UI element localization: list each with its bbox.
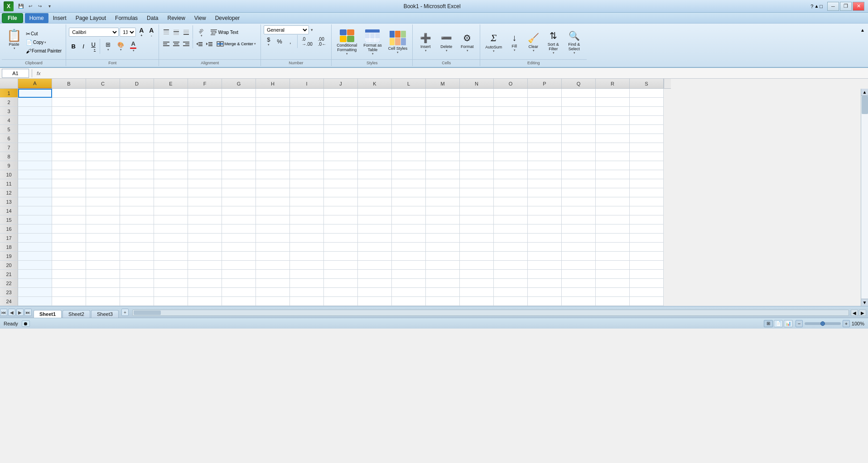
cell-S12[interactable] (630, 188, 664, 197)
cell-I21[interactable] (290, 270, 324, 279)
font-grow-btn[interactable]: A+ (137, 25, 146, 38)
cell-M16[interactable] (426, 224, 460, 234)
cell-F22[interactable] (188, 279, 222, 288)
cell-J19[interactable] (324, 252, 358, 261)
cell-E23[interactable] (154, 288, 188, 297)
cell-R4[interactable] (596, 116, 630, 125)
cell-N2[interactable] (460, 98, 494, 107)
cell-C4[interactable] (86, 116, 120, 125)
delete-btn[interactable]: ➖ Delete ▾ (436, 28, 456, 57)
cell-D23[interactable] (120, 288, 154, 297)
last-sheet-btn[interactable]: ⏭ (24, 309, 32, 316)
cell-R11[interactable] (596, 179, 630, 188)
cell-G4[interactable] (222, 116, 256, 125)
indent-dec-btn[interactable] (195, 39, 204, 48)
file-menu[interactable]: File (2, 13, 23, 23)
cell-A17[interactable] (18, 234, 52, 243)
close-btn[interactable]: ✕ (853, 2, 864, 11)
cell-L21[interactable] (392, 270, 426, 279)
row-header-17[interactable]: 17 (0, 234, 18, 243)
cell-M13[interactable] (426, 197, 460, 206)
cell-E6[interactable] (154, 134, 188, 143)
cell-G2[interactable] (222, 98, 256, 107)
cell-G21[interactable] (222, 270, 256, 279)
cell-R14[interactable] (596, 206, 630, 215)
cell-E19[interactable] (154, 252, 188, 261)
cell-E18[interactable] (154, 243, 188, 252)
cell-O3[interactable] (494, 107, 528, 116)
cell-J10[interactable] (324, 170, 358, 179)
cell-Q17[interactable] (562, 234, 596, 243)
copy-btn[interactable]: 📄 Copy ▾ (24, 38, 63, 47)
cell-I24[interactable] (290, 297, 324, 306)
cell-O19[interactable] (494, 252, 528, 261)
data-menu[interactable]: Data (142, 13, 163, 23)
cell-J8[interactable] (324, 152, 358, 161)
insert-btn[interactable]: ➕ Insert ▾ (415, 28, 435, 57)
cell-N3[interactable] (460, 107, 494, 116)
cell-I22[interactable] (290, 279, 324, 288)
cell-B17[interactable] (52, 234, 86, 243)
clear-btn[interactable]: 🧹 Clear ▾ (524, 28, 542, 57)
cell-F7[interactable] (188, 143, 222, 152)
cell-A19[interactable] (18, 252, 52, 261)
help-btn[interactable]: ? ▲ □ (810, 2, 823, 11)
cell-M20[interactable] (426, 261, 460, 270)
cell-K5[interactable] (358, 125, 392, 134)
cell-A24[interactable] (18, 297, 52, 306)
prev-sheet-btn[interactable]: ◀ (8, 309, 15, 316)
cell-O12[interactable] (494, 188, 528, 197)
cell-S16[interactable] (630, 224, 664, 234)
cell-I17[interactable] (290, 234, 324, 243)
cell-P10[interactable] (528, 170, 562, 179)
cell-K24[interactable] (358, 297, 392, 306)
cell-N14[interactable] (460, 206, 494, 215)
cell-H17[interactable] (256, 234, 290, 243)
cell-A23[interactable] (18, 288, 52, 297)
cell-P7[interactable] (528, 143, 562, 152)
cell-O18[interactable] (494, 243, 528, 252)
cell-J21[interactable] (324, 270, 358, 279)
row-header-2[interactable]: 2 (0, 98, 18, 107)
cell-S13[interactable] (630, 197, 664, 206)
cell-H13[interactable] (256, 197, 290, 206)
cell-D17[interactable] (120, 234, 154, 243)
cell-K18[interactable] (358, 243, 392, 252)
cell-R22[interactable] (596, 279, 630, 288)
cell-L12[interactable] (392, 188, 426, 197)
cell-P1[interactable] (528, 89, 562, 98)
cell-R17[interactable] (596, 234, 630, 243)
zoom-in-btn[interactable]: + (843, 320, 850, 327)
cell-F2[interactable] (188, 98, 222, 107)
cell-G5[interactable] (222, 125, 256, 134)
col-header-N[interactable]: N (460, 79, 494, 89)
cell-O9[interactable] (494, 161, 528, 170)
col-header-F[interactable]: F (188, 79, 222, 89)
cell-A9[interactable] (18, 161, 52, 170)
cell-C2[interactable] (86, 98, 120, 107)
cell-I6[interactable] (290, 134, 324, 143)
cell-styles-btn[interactable]: Cell Styles ▾ (386, 28, 410, 57)
customize-quick-btn[interactable]: ▾ (45, 2, 53, 10)
cell-S21[interactable] (630, 270, 664, 279)
sheet-tab-1[interactable]: Sheet1 (34, 310, 62, 318)
cell-R19[interactable] (596, 252, 630, 261)
cell-R6[interactable] (596, 134, 630, 143)
merge-center-btn[interactable]: Merge & Center ▾ (215, 39, 258, 48)
conditional-formatting-btn[interactable]: Conditional Formatting ▾ (334, 28, 359, 57)
cell-J7[interactable] (324, 143, 358, 152)
cell-F18[interactable] (188, 243, 222, 252)
cell-Q19[interactable] (562, 252, 596, 261)
cell-B15[interactable] (52, 215, 86, 224)
row-header-11[interactable]: 11 (0, 179, 18, 188)
cell-C9[interactable] (86, 161, 120, 170)
cell-L5[interactable] (392, 125, 426, 134)
cell-K22[interactable] (358, 279, 392, 288)
cell-K20[interactable] (358, 261, 392, 270)
cell-E5[interactable] (154, 125, 188, 134)
cell-A3[interactable] (18, 107, 52, 116)
cell-H10[interactable] (256, 170, 290, 179)
cell-R9[interactable] (596, 161, 630, 170)
cell-K14[interactable] (358, 206, 392, 215)
cell-E14[interactable] (154, 206, 188, 215)
